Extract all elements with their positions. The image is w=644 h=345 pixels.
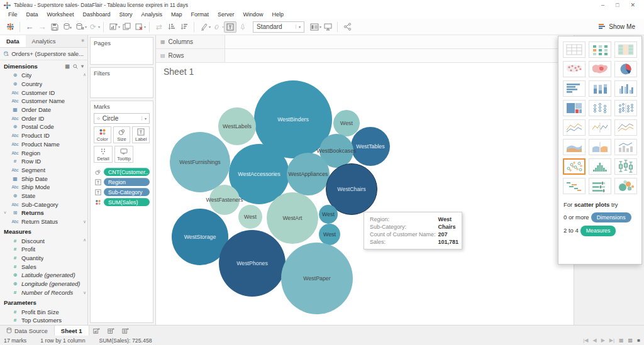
dimension-country[interactable]: ⊕Country: [0, 80, 87, 89]
showme-discrete-area[interactable]: [589, 139, 611, 155]
highlight-button[interactable]: [197, 21, 210, 33]
sort-descending-button[interactable]: [178, 21, 191, 33]
clear-sheet-button[interactable]: [133, 21, 145, 33]
show-hide-cards-button[interactable]: [308, 21, 321, 33]
dimension-product-id[interactable]: AbcProduct ID: [0, 131, 87, 140]
showme-horizontal-bars[interactable]: [563, 80, 586, 97]
showme-packed-bubbles[interactable]: [614, 178, 637, 194]
measure-quantity[interactable]: #Quantity: [0, 254, 87, 263]
prev-page-button[interactable]: ◀: [592, 337, 596, 343]
filters-shelf[interactable]: Filters: [90, 67, 153, 98]
measure-latitude-generated-[interactable]: ⊕Latitude (generated): [0, 271, 87, 280]
measure-sales[interactable]: #Sales: [0, 262, 87, 271]
dimension-city[interactable]: ⊕City: [0, 71, 87, 80]
showme-continuous-area[interactable]: [563, 139, 586, 155]
menu-format[interactable]: Format: [186, 11, 213, 18]
dimension-row-id[interactable]: #Row ID: [0, 157, 87, 166]
tab-analytics[interactable]: Analytics: [26, 35, 62, 47]
dimension-customer-name[interactable]: AbcCustomer Name: [0, 97, 87, 106]
duplicate-sheet-button[interactable]: [120, 21, 133, 33]
dimension-customer-id[interactable]: AbcCustomer ID: [0, 88, 87, 97]
undo-button[interactable]: ←: [23, 21, 36, 33]
new-worksheet-button[interactable]: [107, 21, 119, 33]
dimensions-menu-caret[interactable]: ▾: [81, 63, 84, 69]
dimension-ship-mode[interactable]: AbcShip Mode: [0, 183, 87, 192]
showme-side-by-side-bars[interactable]: [614, 80, 637, 97]
dimension-product-name[interactable]: AbcProduct Name: [0, 140, 87, 149]
showme-symbol-map[interactable]: [563, 61, 586, 77]
dimension-order-date[interactable]: ▦Order Date: [0, 106, 87, 114]
redo-button[interactable]: →: [36, 21, 48, 33]
maximize-button[interactable]: □: [616, 2, 619, 8]
run-auto-updates-caret[interactable]: ▾: [98, 25, 100, 29]
mark-type-dropdown[interactable]: ○ Circle ▾: [94, 113, 150, 124]
parameter-profit-bin-size[interactable]: #Profit Bin Size: [0, 307, 87, 316]
tab-sheet-1[interactable]: Sheet 1: [55, 326, 89, 336]
showme-stacked-bars[interactable]: [589, 80, 611, 97]
dimension-ship-date[interactable]: ▦Ship Date: [0, 174, 87, 183]
bubble-west[interactable]: West: [319, 224, 340, 245]
parameter-top-customers[interactable]: #Top Customers: [0, 316, 87, 325]
showme-histogram[interactable]: [589, 158, 611, 175]
bubble-art[interactable]: WestArt: [267, 192, 318, 244]
showme-gantt[interactable]: [563, 178, 586, 194]
scroll-arrow-icon[interactable]: ∨: [83, 290, 86, 295]
menu-file[interactable]: File: [4, 11, 22, 18]
measure-number-of-records[interactable]: #Number of Records: [0, 288, 87, 297]
dimension-segment[interactable]: AbcSegment: [0, 166, 87, 175]
pill-sum-sales-[interactable]: SUM(Sales): [104, 198, 150, 206]
dimension-state[interactable]: ⊕State: [0, 192, 87, 200]
view-as-icon[interactable]: ▦: [65, 63, 70, 69]
scroll-arrow-icon[interactable]: ∨: [83, 219, 86, 224]
showme-discrete-lines[interactable]: [589, 119, 611, 136]
tab-data-source[interactable]: Data Source: [0, 326, 55, 336]
share-button[interactable]: [341, 21, 353, 33]
showme-circle-views[interactable]: [589, 100, 611, 116]
label-button[interactable]: Label: [132, 126, 150, 143]
bubble-west[interactable]: West: [319, 205, 338, 224]
menu-server[interactable]: Server: [213, 11, 239, 18]
pause-auto-updates-button[interactable]: [74, 21, 86, 33]
menu-dashboard[interactable]: Dashboard: [78, 11, 114, 18]
view-film-icon[interactable]: ▩: [628, 337, 633, 343]
dimension-order-id[interactable]: AbcOrder ID: [0, 114, 87, 123]
tableau-home-icon[interactable]: [4, 21, 16, 33]
find-field-icon[interactable]: [73, 64, 78, 69]
new-dashboard-tab-button[interactable]: [104, 326, 118, 336]
pill-sub-category[interactable]: Sub-Category: [104, 188, 150, 196]
dimension-sub-category[interactable]: AbcSub-Category: [0, 200, 87, 209]
dimension-region[interactable]: AbcRegion: [0, 148, 87, 157]
pill-cnt-customer-[interactable]: CNT(Customer..: [104, 168, 150, 176]
menu-worksheet[interactable]: Worksheet: [43, 11, 79, 18]
showme-highlight-table[interactable]: [614, 41, 637, 58]
close-button[interactable]: ✕: [630, 2, 635, 8]
presentation-mode-button[interactable]: [321, 21, 334, 33]
showme-side-by-side-circles[interactable]: [614, 100, 637, 116]
size-button[interactable]: Size: [113, 126, 131, 143]
new-story-tab-button[interactable]: [118, 326, 133, 336]
pages-shelf[interactable]: Pages: [90, 37, 153, 65]
last-page-button[interactable]: ▶|: [609, 337, 614, 343]
scroll-arrow-icon[interactable]: ∧: [83, 238, 86, 243]
measure-longitude-generated-[interactable]: ⊕Longitude (generated): [0, 280, 87, 288]
next-page-button[interactable]: ▶: [601, 337, 605, 343]
detail-button[interactable]: Detail: [94, 146, 113, 163]
view-grid-icon[interactable]: ▦: [619, 337, 624, 343]
showme-continuous-lines[interactable]: [563, 119, 586, 136]
bubble-tables[interactable]: WestTables: [351, 127, 390, 166]
bubble-fasteners[interactable]: WestFasteners: [209, 185, 240, 215]
showme-bullet-graph[interactable]: [589, 178, 611, 194]
showme-pie-chart[interactable]: [614, 61, 637, 77]
first-page-button[interactable]: |◀: [583, 337, 588, 343]
showme-heatmap[interactable]: [589, 41, 611, 58]
new-data-source-button[interactable]: [61, 21, 74, 33]
minimize-button[interactable]: –: [601, 2, 604, 8]
showme-dual-lines[interactable]: [614, 119, 637, 136]
data-source-item[interactable]: Orders+ (Superstore sale...: [0, 48, 87, 60]
showme-dual-combination[interactable]: [614, 139, 637, 155]
showme-scatter-plot[interactable]: [563, 158, 586, 175]
measure-discount[interactable]: #Discount: [0, 236, 87, 245]
tooltip-button[interactable]: Tooltip: [114, 146, 133, 163]
menu-map[interactable]: Map: [167, 11, 187, 18]
color-button[interactable]: Color: [94, 126, 111, 143]
